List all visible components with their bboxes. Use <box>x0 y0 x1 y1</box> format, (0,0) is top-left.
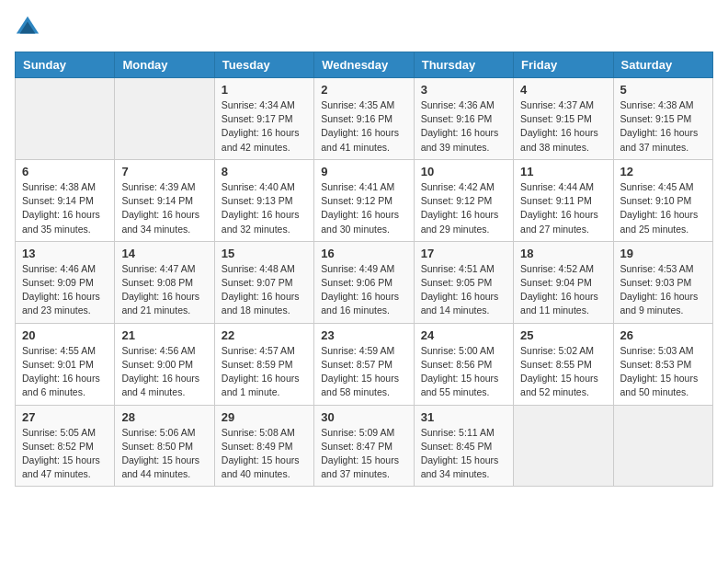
day-number: 1 <box>222 83 307 97</box>
day-number: 6 <box>22 165 108 178</box>
day-number: 4 <box>520 83 606 97</box>
calendar-cell: 3Sunrise: 4:36 AM Sunset: 9:16 PM Daylig… <box>414 78 513 160</box>
calendar-cell: 1Sunrise: 4:34 AM Sunset: 9:17 PM Daylig… <box>214 78 313 160</box>
day-info: Sunrise: 5:08 AM Sunset: 8:49 PM Dayligh… <box>222 426 307 482</box>
calendar-cell: 8Sunrise: 4:40 AM Sunset: 9:13 PM Daylig… <box>214 159 313 241</box>
day-number: 5 <box>620 83 706 97</box>
calendar-cell: 11Sunrise: 4:44 AM Sunset: 9:11 PM Dayli… <box>514 159 613 241</box>
day-number: 18 <box>520 247 606 260</box>
calendar-week-row: 20Sunrise: 4:55 AM Sunset: 9:01 PM Dayli… <box>16 323 713 405</box>
calendar-cell: 12Sunrise: 4:45 AM Sunset: 9:10 PM Dayli… <box>613 159 712 241</box>
day-number: 13 <box>22 247 108 260</box>
calendar-week-row: 27Sunrise: 5:05 AM Sunset: 8:52 PM Dayli… <box>16 405 713 487</box>
calendar-cell: 10Sunrise: 4:42 AM Sunset: 9:12 PM Dayli… <box>414 159 513 241</box>
day-number: 15 <box>222 247 307 260</box>
calendar-cell: 28Sunrise: 5:06 AM Sunset: 8:50 PM Dayli… <box>115 405 214 487</box>
day-info: Sunrise: 5:03 AM Sunset: 8:53 PM Dayligh… <box>620 344 706 400</box>
weekday-header: Thursday <box>414 52 513 78</box>
calendar-cell: 13Sunrise: 4:46 AM Sunset: 9:09 PM Dayli… <box>16 241 115 323</box>
day-info: Sunrise: 5:09 AM Sunset: 8:47 PM Dayligh… <box>321 426 406 482</box>
calendar-cell: 30Sunrise: 5:09 AM Sunset: 8:47 PM Dayli… <box>314 405 414 487</box>
day-info: Sunrise: 4:56 AM Sunset: 9:00 PM Dayligh… <box>121 344 207 400</box>
calendar-week-row: 6Sunrise: 4:38 AM Sunset: 9:14 PM Daylig… <box>16 159 713 241</box>
calendar-week-row: 1Sunrise: 4:34 AM Sunset: 9:17 PM Daylig… <box>16 78 713 160</box>
day-number: 7 <box>121 165 207 178</box>
day-number: 11 <box>520 165 606 178</box>
day-number: 20 <box>22 328 108 342</box>
logo <box>15 15 44 40</box>
calendar-cell: 15Sunrise: 4:48 AM Sunset: 9:07 PM Dayli… <box>214 241 313 323</box>
day-info: Sunrise: 4:44 AM Sunset: 9:11 PM Dayligh… <box>520 180 606 236</box>
day-info: Sunrise: 4:34 AM Sunset: 9:17 PM Dayligh… <box>222 98 307 155</box>
day-info: Sunrise: 4:46 AM Sunset: 9:09 PM Dayligh… <box>22 262 108 318</box>
day-number: 26 <box>620 328 706 342</box>
day-number: 12 <box>620 165 706 178</box>
day-info: Sunrise: 4:41 AM Sunset: 9:12 PM Dayligh… <box>321 180 406 236</box>
day-number: 19 <box>620 247 706 260</box>
day-info: Sunrise: 5:05 AM Sunset: 8:52 PM Dayligh… <box>22 426 108 482</box>
calendar-cell: 5Sunrise: 4:38 AM Sunset: 9:15 PM Daylig… <box>613 78 712 160</box>
calendar-cell: 26Sunrise: 5:03 AM Sunset: 8:53 PM Dayli… <box>613 323 712 405</box>
day-number: 16 <box>321 247 406 260</box>
calendar-cell: 20Sunrise: 4:55 AM Sunset: 9:01 PM Dayli… <box>16 323 115 405</box>
calendar-cell: 6Sunrise: 4:38 AM Sunset: 9:14 PM Daylig… <box>16 159 115 241</box>
calendar-cell <box>613 405 712 487</box>
day-info: Sunrise: 4:36 AM Sunset: 9:16 PM Dayligh… <box>421 98 506 155</box>
day-number: 31 <box>421 410 506 424</box>
day-info: Sunrise: 4:45 AM Sunset: 9:10 PM Dayligh… <box>620 180 706 236</box>
day-info: Sunrise: 5:06 AM Sunset: 8:50 PM Dayligh… <box>121 426 207 482</box>
day-number: 27 <box>22 410 108 424</box>
calendar-cell: 31Sunrise: 5:11 AM Sunset: 8:45 PM Dayli… <box>414 405 513 487</box>
weekday-header-row: SundayMondayTuesdayWednesdayThursdayFrid… <box>16 52 713 78</box>
calendar-cell <box>16 78 115 160</box>
day-info: Sunrise: 5:11 AM Sunset: 8:45 PM Dayligh… <box>421 426 506 482</box>
day-number: 28 <box>121 410 207 424</box>
day-info: Sunrise: 4:38 AM Sunset: 9:15 PM Dayligh… <box>620 98 706 155</box>
day-info: Sunrise: 4:49 AM Sunset: 9:06 PM Dayligh… <box>321 262 406 318</box>
calendar-cell: 24Sunrise: 5:00 AM Sunset: 8:56 PM Dayli… <box>414 323 513 405</box>
calendar-cell: 22Sunrise: 4:57 AM Sunset: 8:59 PM Dayli… <box>214 323 313 405</box>
day-number: 21 <box>121 328 207 342</box>
day-info: Sunrise: 4:59 AM Sunset: 8:57 PM Dayligh… <box>321 344 406 400</box>
day-number: 9 <box>321 165 406 178</box>
day-number: 2 <box>321 83 406 97</box>
day-number: 10 <box>421 165 506 178</box>
calendar-cell: 23Sunrise: 4:59 AM Sunset: 8:57 PM Dayli… <box>314 323 414 405</box>
day-info: Sunrise: 4:51 AM Sunset: 9:05 PM Dayligh… <box>421 262 506 318</box>
weekday-header: Sunday <box>16 52 115 78</box>
day-number: 30 <box>321 410 406 424</box>
calendar-cell: 7Sunrise: 4:39 AM Sunset: 9:14 PM Daylig… <box>115 159 214 241</box>
calendar-cell: 2Sunrise: 4:35 AM Sunset: 9:16 PM Daylig… <box>314 78 414 160</box>
calendar-cell <box>514 405 613 487</box>
calendar-cell: 14Sunrise: 4:47 AM Sunset: 9:08 PM Dayli… <box>115 241 214 323</box>
day-info: Sunrise: 4:39 AM Sunset: 9:14 PM Dayligh… <box>121 180 207 236</box>
day-info: Sunrise: 4:37 AM Sunset: 9:15 PM Dayligh… <box>520 98 606 155</box>
day-info: Sunrise: 4:42 AM Sunset: 9:12 PM Dayligh… <box>421 180 506 236</box>
weekday-header: Monday <box>115 52 214 78</box>
calendar-week-row: 13Sunrise: 4:46 AM Sunset: 9:09 PM Dayli… <box>16 241 713 323</box>
day-info: Sunrise: 4:38 AM Sunset: 9:14 PM Dayligh… <box>22 180 108 236</box>
day-info: Sunrise: 5:02 AM Sunset: 8:55 PM Dayligh… <box>520 344 606 400</box>
calendar-cell: 17Sunrise: 4:51 AM Sunset: 9:05 PM Dayli… <box>414 241 513 323</box>
day-number: 14 <box>121 247 207 260</box>
page-header <box>15 15 713 40</box>
day-number: 29 <box>222 410 307 424</box>
day-number: 8 <box>222 165 307 178</box>
weekday-header: Friday <box>514 52 613 78</box>
calendar-cell: 19Sunrise: 4:53 AM Sunset: 9:03 PM Dayli… <box>613 241 712 323</box>
weekday-header: Saturday <box>613 52 712 78</box>
calendar-cell: 21Sunrise: 4:56 AM Sunset: 9:00 PM Dayli… <box>115 323 214 405</box>
day-info: Sunrise: 4:48 AM Sunset: 9:07 PM Dayligh… <box>222 262 307 318</box>
calendar-cell: 4Sunrise: 4:37 AM Sunset: 9:15 PM Daylig… <box>514 78 613 160</box>
calendar-table: SundayMondayTuesdayWednesdayThursdayFrid… <box>15 52 713 487</box>
day-info: Sunrise: 4:35 AM Sunset: 9:16 PM Dayligh… <box>321 98 406 155</box>
calendar-cell: 29Sunrise: 5:08 AM Sunset: 8:49 PM Dayli… <box>214 405 313 487</box>
calendar-cell <box>115 78 214 160</box>
day-info: Sunrise: 4:40 AM Sunset: 9:13 PM Dayligh… <box>222 180 307 236</box>
day-number: 25 <box>520 328 606 342</box>
logo-icon <box>15 15 40 40</box>
calendar-cell: 27Sunrise: 5:05 AM Sunset: 8:52 PM Dayli… <box>16 405 115 487</box>
day-info: Sunrise: 4:57 AM Sunset: 8:59 PM Dayligh… <box>222 344 307 400</box>
weekday-header: Wednesday <box>314 52 414 78</box>
calendar-cell: 25Sunrise: 5:02 AM Sunset: 8:55 PM Dayli… <box>514 323 613 405</box>
